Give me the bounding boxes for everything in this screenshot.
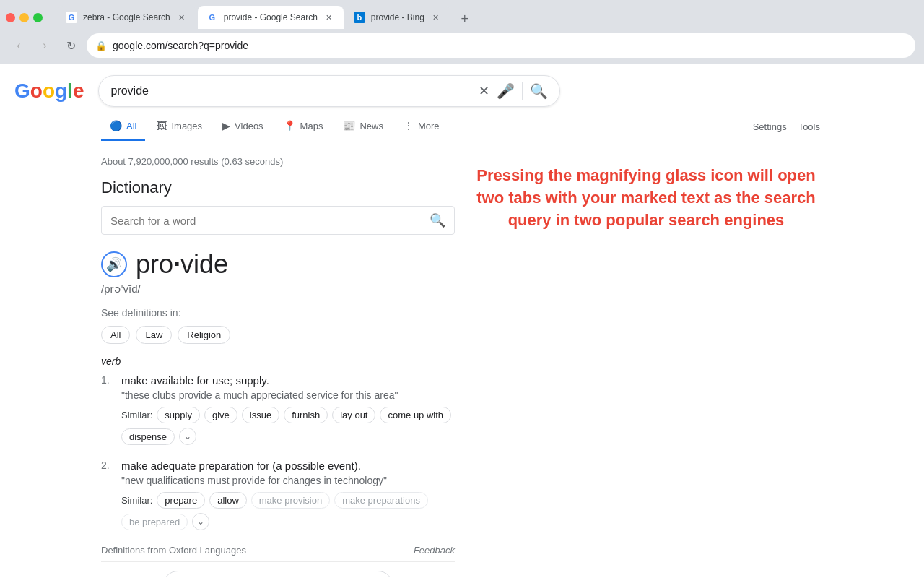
- tab-provide-bing-title: provide - Bing: [371, 12, 424, 22]
- new-tab-button[interactable]: +: [455, 9, 475, 29]
- search-submit-icon[interactable]: 🔍: [522, 82, 548, 100]
- tab-videos[interactable]: ▶ Videos: [214, 113, 272, 141]
- results-main: About 7,920,000,000 results (0.63 second…: [101, 156, 823, 577]
- similar-supply[interactable]: supply: [157, 407, 200, 423]
- address-bar-row: ‹ › ↻ 🔒 google.com/search?q=provide: [0, 29, 924, 64]
- reload-button[interactable]: ↻: [61, 35, 81, 56]
- dictionary-title: Dictionary: [101, 178, 455, 197]
- word-search-bar[interactable]: 🔍: [101, 206, 455, 235]
- word-entry: 🔊 pro·vide /prəˈvīd/ See definitions in:…: [101, 249, 455, 577]
- similar-be-prepared[interactable]: be prepared: [121, 514, 188, 530]
- nav-right: Settings Tools: [750, 114, 823, 139]
- word-pos: verb: [101, 355, 455, 367]
- logo-e: e: [73, 79, 84, 102]
- results-area: About 7,920,000,000 results (0.63 second…: [0, 147, 924, 577]
- similar-row-2: Similar: prepare allow make provision ma…: [121, 492, 455, 530]
- settings-link[interactable]: Settings: [750, 114, 790, 139]
- similar-make-preparations[interactable]: make preparations: [334, 492, 428, 509]
- callout-banner: Pressing the magnifying glass icon will …: [469, 165, 823, 243]
- tab-news[interactable]: 📰 News: [334, 113, 392, 141]
- def-example-1: "these clubs provide a much appreciated …: [121, 389, 455, 401]
- google-header: Google ✕ 🎤 🔍: [0, 64, 924, 107]
- search-clear-icon[interactable]: ✕: [479, 83, 489, 99]
- similar-give[interactable]: give: [204, 407, 237, 423]
- def-text-1: make available for use; supply.: [121, 374, 455, 387]
- images-icon: 🖼: [157, 120, 167, 131]
- tab-provide-google-title: provide - Google Search: [224, 12, 318, 22]
- logo-G: G: [14, 79, 30, 102]
- similar-come-up-with[interactable]: come up with: [380, 407, 451, 423]
- all-icon: 🔵: [110, 120, 122, 131]
- similar-make-provision[interactable]: make provision: [251, 492, 330, 509]
- videos-icon: ▶: [222, 120, 230, 131]
- feedback-link[interactable]: Feedback: [414, 545, 455, 556]
- tab-provide-bing-favicon: b: [354, 12, 365, 23]
- search-input[interactable]: [110, 85, 471, 98]
- filter-religion[interactable]: Religion: [178, 326, 230, 344]
- tab-images[interactable]: 🖼 Images: [148, 113, 211, 141]
- news-icon: 📰: [343, 120, 355, 131]
- tab-provide-google[interactable]: Gprovide - Google Search✕: [198, 6, 344, 29]
- search-voice-icon[interactable]: 🎤: [497, 82, 515, 100]
- lock-icon: 🔒: [95, 40, 107, 51]
- results-count: About 7,920,000,000 results (0.63 second…: [101, 156, 455, 167]
- logo-o2: o: [43, 79, 55, 102]
- tab-provide-google-close[interactable]: ✕: [323, 12, 335, 23]
- definition-filters: All Law Religion: [101, 326, 455, 344]
- search-bar: ✕ 🎤 🔍: [98, 75, 560, 107]
- definition-item-2: 2. make adequate preparation for (a poss…: [101, 460, 455, 530]
- word-title: pro·vide: [136, 249, 228, 280]
- traffic-light-red[interactable]: [6, 13, 15, 22]
- url-text: google.com/search?q=provide: [113, 40, 907, 51]
- speaker-button[interactable]: 🔊: [101, 251, 127, 277]
- nav-tabs: 🔵 All 🖼 Images ▶ Videos 📍 Maps 📰 News ⋮ …: [0, 107, 924, 147]
- logo-l: l: [67, 79, 73, 102]
- tab-zebra-close[interactable]: ✕: [176, 12, 188, 23]
- oxford-row: Definitions from Oxford Languages Feedba…: [101, 545, 455, 556]
- word-search-icon[interactable]: 🔍: [430, 212, 445, 228]
- def-number-1: 1.: [101, 374, 116, 445]
- filter-law[interactable]: Law: [136, 326, 172, 344]
- google-logo: Google: [14, 79, 84, 103]
- logo-o1: o: [30, 79, 43, 102]
- similar-issue[interactable]: issue: [242, 407, 279, 423]
- tab-more[interactable]: ⋮ More: [395, 113, 448, 141]
- similar-more-2[interactable]: ⌄: [192, 513, 209, 530]
- similar-allow[interactable]: allow: [209, 492, 247, 509]
- traffic-lights: [6, 13, 43, 22]
- logo-g: g: [55, 79, 67, 102]
- back-button[interactable]: ‹: [9, 35, 29, 56]
- forward-button[interactable]: ›: [35, 35, 55, 56]
- similar-lay-out[interactable]: lay out: [332, 407, 375, 423]
- tab-provide-bing[interactable]: bprovide - Bing✕: [345, 6, 450, 29]
- browser-chrome: Gzebra - Google Search✕Gprovide - Google…: [0, 0, 924, 64]
- filter-all[interactable]: All: [101, 326, 130, 344]
- translations-button[interactable]: ⌄ Translations and more definitions: [162, 571, 393, 577]
- tab-all[interactable]: 🔵 All: [101, 113, 145, 141]
- word-search-input[interactable]: [110, 215, 424, 227]
- address-bar[interactable]: 🔒 google.com/search?q=provide: [87, 33, 915, 58]
- tab-maps[interactable]: 📍 Maps: [275, 113, 332, 141]
- divider: [101, 561, 455, 562]
- similar-dispense[interactable]: dispense: [121, 428, 175, 445]
- more-icon: ⋮: [404, 120, 414, 131]
- tools-link[interactable]: Tools: [796, 114, 823, 139]
- see-definitions-label: See definitions in:: [101, 307, 455, 319]
- tab-provide-google-favicon: G: [206, 12, 218, 23]
- tab-zebra[interactable]: Gzebra - Google Search✕: [57, 6, 196, 29]
- similar-more-1[interactable]: ⌄: [179, 428, 196, 445]
- tab-zebra-favicon: G: [66, 12, 77, 23]
- results-left: About 7,920,000,000 results (0.63 second…: [101, 156, 455, 577]
- tab-provide-bing-close[interactable]: ✕: [430, 12, 442, 23]
- similar-furnish[interactable]: furnish: [284, 407, 328, 423]
- similar-label-1: Similar:: [121, 410, 152, 420]
- definitions-list: 1. make available for use; supply. "thes…: [101, 374, 455, 530]
- callout-text: Pressing the magnifying glass icon will …: [469, 165, 823, 231]
- def-content-2: make adequate preparation for (a possibl…: [121, 460, 455, 530]
- similar-prepare[interactable]: prepare: [157, 492, 205, 509]
- def-number-2: 2.: [101, 460, 116, 530]
- traffic-light-green[interactable]: [33, 13, 43, 22]
- maps-icon: 📍: [284, 120, 296, 131]
- traffic-light-yellow[interactable]: [19, 13, 29, 22]
- search-bar-container: ✕ 🎤 🔍: [98, 75, 560, 107]
